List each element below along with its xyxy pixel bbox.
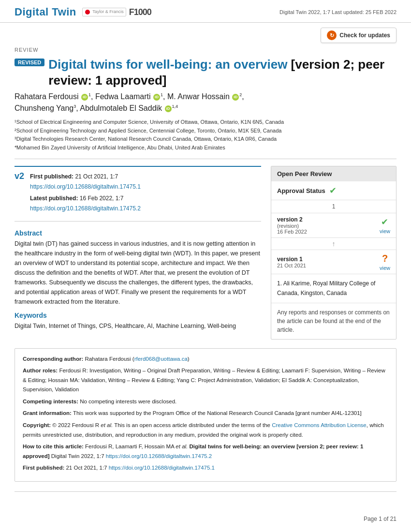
how-to-cite-journal: Digital Twin 2022, 1:7 <box>50 453 106 459</box>
copyright-mid: This is an open access article distribut… <box>113 422 272 428</box>
author-3-sup: 2 <box>239 92 242 97</box>
taylor-francis-logo: Taylor & Francis <box>82 8 126 16</box>
version-1-question-icon: ? <box>382 253 388 264</box>
keywords-title: Keywords <box>15 311 261 319</box>
version-row: v2 First published: 21 Oct 2021, 1:7 htt… <box>15 172 261 213</box>
first-published-doi-link[interactable]: https://doi.org/10.12688/digitaltwin.174… <box>109 465 215 471</box>
f1000-logo: F1000 <box>129 7 151 17</box>
corresponding-name: Rahatara Ferdousi ( <box>85 356 134 362</box>
author-roles-text: Ferdousi R: Investigation, Writing – Ori… <box>23 368 385 392</box>
version-column-header: 1 <box>271 200 396 213</box>
latest-doi-link[interactable]: https://doi.org/10.12688/digitaltwin.174… <box>30 205 141 212</box>
copyright-start: © 2022 Ferdousi R <box>52 422 101 428</box>
revised-badge: REVISED <box>15 59 44 66</box>
reviewer-text: 1. Ali Karime, Royal Military College of… <box>277 280 375 296</box>
author-4-name: Chunsheng Yang <box>15 104 73 112</box>
abstract-title: Abstract <box>15 229 261 237</box>
title-row: REVISED Digital twins for well-being: an… <box>15 57 396 88</box>
approval-label: Approval Status <box>277 187 325 194</box>
approval-checkmark: ✔ <box>329 185 337 196</box>
latest-published-label: Latest published: <box>30 195 78 202</box>
author-sep-1: , Fedwa Laamarti <box>91 92 151 101</box>
grant-label: Grant information: <box>23 410 72 416</box>
version-2-label: version 2 <box>277 216 307 223</box>
first-doi-link[interactable]: https://doi.org/10.12688/digitaltwin.174… <box>30 183 141 190</box>
affiliations: ¹School of Electrical Engineering and Co… <box>15 118 396 152</box>
bottom-divider <box>15 491 396 492</box>
main-content: REVIEW REVISED Digital twins for well-be… <box>0 47 411 482</box>
version-1-date: 21 Oct 2021 <box>277 263 306 268</box>
how-to-cite-label: How to cite this article: <box>23 443 84 449</box>
reviewer-note: Any reports and responses or comments on… <box>271 303 396 339</box>
latest-published-row: Latest published: 16 Feb 2022, 1:7 https… <box>30 193 141 213</box>
grant-text: This work was supported by the Program O… <box>73 410 362 416</box>
page-header: Digital Twin Taylor & Francis F1000 Digi… <box>0 0 411 23</box>
title-blue: Digital twins for well-being: an overvie… <box>48 57 287 72</box>
competing-p: Competing interests: No competing intere… <box>23 397 388 407</box>
version-info: First published: 21 Oct 2021, 1:7 https:… <box>30 172 141 213</box>
right-column: Open Peer Review Approval Status ✔ 1 ver… <box>271 166 396 339</box>
version-1-row: version 1 21 Oct 2021 ? view <box>271 250 396 274</box>
orcid-icon-2: iD <box>153 94 160 101</box>
orcid-icon-3: iD <box>232 94 239 101</box>
author-sep-3: , Abdulmotaleb El Saddik <box>76 104 162 112</box>
competing-text: No competing interests were disclosed. <box>80 399 176 404</box>
orcid-icon-1: iD <box>81 94 88 101</box>
approval-row: Approval Status ✔ <box>271 181 396 200</box>
grant-p: Grant information: This work was support… <box>23 409 388 418</box>
affiliation-2: ²School of Engineering Technology and Ap… <box>15 127 396 135</box>
author-5-sup: 1,4 <box>172 104 178 109</box>
check-updates-label: Check for updates <box>339 32 390 39</box>
copyright-p: Copyright: © 2022 Ferdousi R et al. This… <box>23 421 388 440</box>
orcid-icon-4: iD <box>165 105 172 112</box>
check-updates-wrapper: ↻ Check for updates <box>0 23 411 45</box>
affiliation-3: ³Digital Technologies Research Center, N… <box>15 135 396 144</box>
corresponding-end: ) <box>188 356 190 362</box>
author-roles-p: Author roles: Ferdousi R: Investigation,… <box>23 366 388 395</box>
author-email-link[interactable]: rferd068@uottawa.ca <box>134 356 188 362</box>
svg-point-0 <box>85 10 90 15</box>
header-meta: Digital Twin 2022, 1:7 Last updated: 25 … <box>279 9 396 15</box>
keywords-text: Digital Twin, Internet of Things, CPS, H… <box>15 321 261 331</box>
version-1-info: version 1 21 Oct 2021 <box>277 256 306 268</box>
review-label: REVIEW <box>15 47 396 53</box>
affiliation-1: ¹School of Electrical Engineering and Co… <box>15 118 396 127</box>
author-sep-2: , M. Anwar Hossain <box>163 92 230 101</box>
v2-badge: v2 <box>15 172 24 181</box>
peer-review-panel: Open Peer Review Approval Status ✔ 1 ver… <box>271 166 396 339</box>
version-2-date: 16 Feb 2022 <box>277 229 307 235</box>
check-updates-button[interactable]: ↻ Check for updates <box>321 28 396 43</box>
version-2-checkmark: ✔ <box>381 217 388 227</box>
first-published-date: 21 Oct 2021, 1:7 <box>75 173 118 180</box>
how-to-cite-etal: et al. <box>176 443 188 449</box>
version-2-row: version 2 (revision) 16 Feb 2022 ✔ view <box>271 213 396 238</box>
copyright-etal: et al. <box>101 422 113 428</box>
version-2-info: version 2 (revision) 16 Feb 2022 <box>277 216 307 235</box>
version-1-actions: ? view <box>380 253 390 271</box>
check-updates-icon: ↻ <box>327 30 337 40</box>
cc-license-link[interactable]: Creative Commons Attribution License <box>272 422 367 428</box>
how-to-cite-authors: Ferdousi R, Laamarti F, Hossain MA <box>85 443 176 449</box>
how-to-cite-doi-link[interactable]: https://doi.org/10.12688/digitaltwin.174… <box>106 453 212 459</box>
author-roles-label: Author roles: <box>23 368 58 373</box>
copyright-label: Copyright: <box>23 422 51 428</box>
version-2-view-link[interactable]: view <box>380 228 390 234</box>
version-2-sublabel: (revision) <box>277 223 307 229</box>
abstract-text: Digital twin (DT) has gained success in … <box>15 239 261 307</box>
version-1-label: version 1 <box>277 256 306 263</box>
peer-review-header: Open Peer Review <box>271 166 396 181</box>
first-published-row: First published: 21 Oct 2021, 1:7 https:… <box>30 172 141 192</box>
page-footer: Page 1 of 21 <box>364 516 396 522</box>
competing-label: Competing interests: <box>23 399 78 404</box>
up-arrow-icon: ↑ <box>332 240 336 248</box>
left-column: v2 First published: 21 Oct 2021, 1:7 htt… <box>15 166 261 339</box>
two-column-layout: v2 First published: 21 Oct 2021, 1:7 htt… <box>15 166 396 339</box>
how-to-cite-p: How to cite this article: Ferdousi R, La… <box>23 442 388 461</box>
corresponding-author-p: Corresponding author: Rahatara Ferdousi … <box>23 355 388 364</box>
brand-title: Digital Twin <box>15 6 76 18</box>
reviewer-info: 1. Ali Karime, Royal Military College of… <box>271 274 396 303</box>
header-left: Digital Twin Taylor & Francis F1000 <box>15 6 151 18</box>
version-1-view-link[interactable]: view <box>380 265 390 271</box>
authors: Rahatara Ferdousi iD1, Fedwa Laamarti iD… <box>15 91 396 114</box>
corresponding-label: Corresponding author: <box>23 356 83 362</box>
